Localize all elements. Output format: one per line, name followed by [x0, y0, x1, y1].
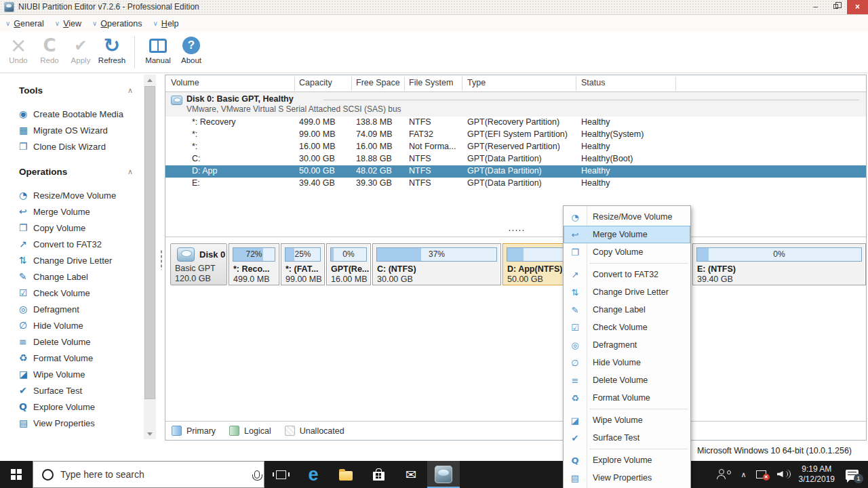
task-view-button[interactable] [264, 461, 297, 488]
diskmap-partition-efi[interactable]: 25% *: (FAT... 99.00 MB [281, 243, 325, 285]
table-row-c[interactable]: C: 30.00 GB 18.88 GB NTFS GPT(Data Parti… [165, 153, 866, 165]
column-divider[interactable] [462, 77, 462, 91]
sidebar-item-resize-move-volume[interactable]: ◔ Resize/Move Volume [0, 187, 164, 203]
sidebar-item-convert-to-fat32[interactable]: ↗ Convert to FAT32 [0, 236, 164, 252]
tools-section-header[interactable]: Tools ∧ [0, 83, 164, 100]
sidebar-item-create-bootable-media[interactable]: ◉ Create Bootable Media [0, 106, 164, 122]
sidebar-item-format-volume[interactable]: ♻ Format Volume [0, 350, 164, 366]
table-row-efi[interactable]: *: 99.00 MB 74.09 MB FAT32 GPT(EFI Syste… [165, 129, 866, 141]
menu-operations[interactable]: ∨ Operations [92, 19, 142, 28]
context-item-change-drive-letter[interactable]: ⇅ Change Drive Letter [564, 283, 690, 301]
context-item-convert-to-fat32[interactable]: ↗ Convert to FAT32 [564, 266, 690, 283]
sidebar-item-defragment[interactable]: ◎ Defragment [0, 301, 164, 317]
scroll-down-arrow[interactable] [144, 428, 156, 439]
column-header-status[interactable]: Status [581, 78, 605, 87]
column-divider[interactable] [576, 77, 576, 91]
pane-splitter-handle[interactable] [508, 229, 526, 232]
sidebar-item-check-volume[interactable]: ☑ Check Volume [0, 285, 164, 301]
context-item-resize-move-volume[interactable]: ◔ Resize/Move Volume [564, 208, 690, 226]
sidebar-item-explore-volume[interactable]: Q Explore Volume [0, 399, 164, 415]
diskmap-partition-recovery[interactable]: 72% *: Reco... 499.0 MB [229, 243, 279, 285]
sidebar-item-change-drive-letter[interactable]: ⇅ Change Drive Letter [0, 252, 164, 268]
network-icon[interactable]: ✕ [756, 470, 766, 479]
scrollbar-thumb[interactable] [144, 86, 155, 399]
sidebar-item-view-properties[interactable]: ▤ View Properties [0, 415, 164, 431]
close-button[interactable]: × [847, 0, 868, 14]
context-item-copy-volume[interactable]: ❐ Copy Volume [564, 243, 690, 261]
sidebar-item-delete-volume[interactable]: ≡ Delete Volume [0, 333, 164, 350]
context-item-format-volume[interactable]: ♻ Format Volume [564, 389, 690, 407]
context-item-wipe-volume[interactable]: ◪ Wipe Volume [564, 411, 690, 429]
people-icon[interactable] [717, 469, 732, 480]
menu-general[interactable]: ∨ General [5, 19, 44, 28]
diskmap-disk-block[interactable]: Disk 0 Basic GPT 120.0 GB [170, 243, 227, 285]
sidebar-item-migrate-os-wizard[interactable]: ▦ Migrate OS Wizard [0, 122, 164, 138]
scroll-up-arrow[interactable] [144, 75, 156, 85]
context-item-merge-volume[interactable]: ↩ Merge Volume [564, 226, 690, 243]
table-row-d-selected[interactable]: D: App 50.00 GB 48.02 GB NTFS GPT(Data P… [165, 165, 866, 178]
column-header-volume[interactable]: Volume [171, 78, 199, 87]
restore-button[interactable] [826, 0, 847, 14]
column-header-file-system[interactable]: File System [409, 78, 453, 87]
edge-button[interactable]: e [297, 461, 330, 488]
diskmap-partition-e[interactable]: 0% E: (NTFS) 39.40 GB [692, 243, 866, 285]
diskmap-partition-reserved[interactable]: 0% GPT(Re... 16.00 MB [326, 243, 371, 285]
collapse-chevron-icon[interactable]: ∧ [127, 83, 133, 99]
store-bag-icon [373, 472, 384, 481]
context-item-hide-volume[interactable]: ∅ Hide Volume [564, 354, 690, 371]
table-row-reserved[interactable]: *: 16.00 MB 16.00 MB Not Forma... GPT(Re… [165, 141, 866, 153]
refresh-button[interactable]: ↻ Refresh [96, 32, 127, 73]
minimize-button[interactable]: – [805, 0, 826, 14]
context-item-delete-volume[interactable]: ≡ Delete Volume [564, 371, 690, 389]
file-explorer-button[interactable] [330, 461, 362, 488]
about-button[interactable]: ? About [176, 32, 207, 73]
sidebar-item-hide-volume[interactable]: ∅ Hide Volume [0, 317, 164, 333]
search-input[interactable] [60, 469, 254, 480]
disk-group-row[interactable]: Disk 0: Basic GPT, Healthy VMware, VMwar… [165, 92, 866, 117]
apply-button[interactable]: ✔ Apply [65, 32, 96, 73]
column-header-capacity[interactable]: Capacity [299, 78, 332, 87]
context-item-view-properties[interactable]: ▤ View Properties [564, 469, 690, 487]
pane-splitter-grip[interactable] [160, 249, 163, 270]
sidebar-item-merge-volume[interactable]: ↩ Merge Volume [0, 203, 164, 220]
mail-button[interactable]: ✉ [395, 461, 427, 488]
context-item-change-label[interactable]: ✎ Change Label [564, 301, 690, 319]
taskbar-search[interactable] [33, 461, 264, 488]
undo-button[interactable]: × Undo [3, 32, 34, 73]
start-button[interactable] [0, 461, 33, 488]
undo-icon: × [9, 34, 26, 57]
collapse-chevron-icon[interactable]: ∧ [127, 164, 133, 180]
column-divider[interactable] [351, 77, 352, 91]
column-divider[interactable] [404, 77, 405, 91]
column-divider[interactable] [675, 77, 676, 91]
menu-help[interactable]: ∨ Help [153, 19, 179, 28]
column-divider[interactable] [294, 77, 295, 91]
context-item-surface-test[interactable]: ✔ Surface Test [564, 429, 690, 447]
migrate-os-icon: ▦ [19, 125, 33, 136]
column-header-free-space[interactable]: Free Space [356, 78, 400, 87]
column-header-type[interactable]: Type [467, 78, 486, 87]
tray-expand-chevron-icon[interactable]: ∧ [741, 470, 747, 479]
sidebar-scrollbar[interactable] [144, 75, 156, 439]
table-row-recovery[interactable]: *: Recovery 499.0 MB 138.8 MB NTFS GPT(R… [165, 117, 866, 129]
context-item-explore-volume[interactable]: Q Explore Volume [564, 451, 690, 469]
context-item-check-volume[interactable]: ☑ Check Volume [564, 319, 690, 336]
context-item-defragment[interactable]: ◎ Defragment [564, 336, 690, 354]
sidebar-item-clone-disk-wizard[interactable]: ❐ Clone Disk Wizard [0, 138, 164, 155]
sidebar-item-surface-test[interactable]: ✔ Surface Test [0, 382, 164, 399]
speaker-icon[interactable] [777, 470, 789, 479]
operations-section-header[interactable]: Operations ∧ [0, 164, 164, 182]
store-button[interactable] [362, 461, 395, 488]
menu-view[interactable]: ∨ View [55, 19, 81, 28]
action-center-icon[interactable]: 1 [846, 470, 859, 480]
taskbar-clock[interactable]: 9:19 AM 3/12/2019 [799, 464, 835, 485]
table-row-e[interactable]: E: 39.40 GB 39.30 GB NTFS GPT(Data Parti… [165, 178, 866, 190]
sidebar-item-copy-volume[interactable]: ❐ Copy Volume [0, 220, 164, 236]
redo-button[interactable]: C Redo [34, 32, 65, 73]
diskmap-partition-c[interactable]: 37% C: (NTFS) 30.00 GB [372, 243, 501, 285]
manual-button[interactable]: Manual [140, 32, 176, 73]
microphone-icon[interactable] [254, 470, 260, 479]
sidebar-item-wipe-volume[interactable]: ◪ Wipe Volume [0, 366, 164, 382]
sidebar-item-change-label[interactable]: ✎ Change Label [0, 268, 164, 285]
niubi-taskbar-button[interactable] [427, 461, 460, 488]
